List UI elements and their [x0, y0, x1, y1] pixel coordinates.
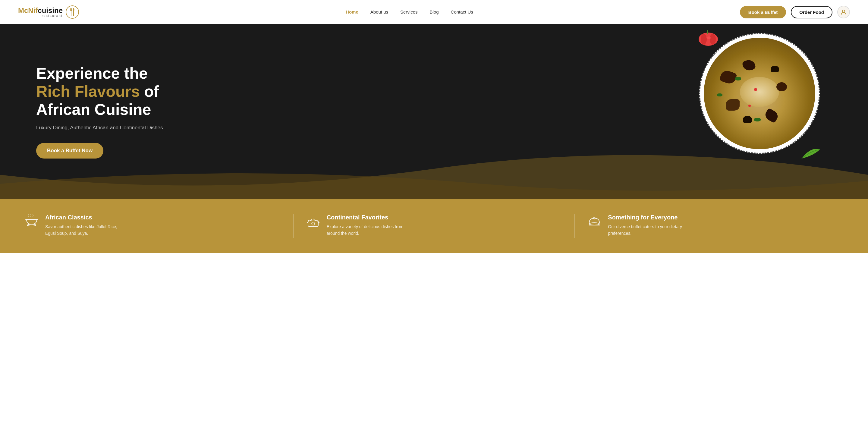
svg-point-9: [707, 36, 711, 39]
features-section: African Classics Savor authentic dishes …: [0, 199, 868, 253]
svg-rect-8: [707, 30, 708, 34]
book-buffet-button[interactable]: Book a Buffet: [740, 6, 786, 19]
feature-title-0: African Classics: [45, 214, 124, 221]
nav-item-about[interactable]: About us: [370, 9, 388, 15]
continental-favorites-icon: [306, 214, 321, 232]
logo[interactable]: McNifcuisine restaurant: [18, 5, 79, 19]
feature-text-0: African Classics Savor authentic dishes …: [45, 214, 124, 237]
nav-link-blog[interactable]: Blog: [430, 9, 439, 14]
hero-plate-image: [699, 33, 826, 160]
something-everyone-icon: [587, 214, 602, 232]
nav-item-contact[interactable]: Contact Us: [451, 9, 473, 15]
svg-point-4: [842, 10, 845, 12]
leaf-decoration: [799, 145, 823, 161]
nav-item-services[interactable]: Services: [400, 9, 418, 15]
hero-subtitle: Luxury Dining, Authentic African and Con…: [36, 125, 169, 131]
nav-link-contact[interactable]: Contact Us: [451, 9, 473, 14]
svg-point-18: [312, 222, 315, 225]
brand-tagline: restaurant: [18, 14, 63, 18]
hero-title: Experience the Rich Flavours of African …: [36, 64, 169, 119]
feature-title-1: Continental Favorites: [327, 214, 405, 221]
nav-actions: Book a Buffet Order Food: [740, 6, 850, 19]
feature-item-1: Continental Favorites Explore a variety …: [306, 214, 563, 237]
nav-link-home[interactable]: Home: [346, 9, 358, 14]
brand-name: McNifcuisine: [18, 7, 63, 14]
nav-link-services[interactable]: Services: [400, 9, 418, 14]
hero-content: Experience the Rich Flavours of African …: [0, 40, 205, 182]
hero-cta-button[interactable]: Book a Buffet Now: [36, 143, 103, 158]
feature-title-2: Something for Everyone: [608, 214, 686, 221]
nav-item-home[interactable]: Home: [346, 9, 358, 15]
feature-text-1: Continental Favorites Explore a variety …: [327, 214, 405, 237]
order-food-button[interactable]: Order Food: [791, 6, 832, 19]
nav-link-about[interactable]: About us: [370, 9, 388, 14]
plate-food: [704, 38, 815, 149]
svg-point-6: [701, 34, 707, 44]
nav-item-blog[interactable]: Blog: [430, 9, 439, 15]
feature-text-2: Something for Everyone Our diverse buffe…: [608, 214, 686, 237]
feature-desc-1: Explore a variety of delicious dishes fr…: [327, 223, 405, 237]
brand-text: McNifcuisine restaurant: [18, 7, 63, 18]
feature-desc-0: Savor authentic dishes like Jollof Rice,…: [45, 223, 124, 237]
african-classics-icon: [24, 214, 39, 232]
nav-links: Home About us Services Blog Contact Us: [346, 9, 473, 15]
tomato-decoration: [696, 29, 720, 48]
feature-item-2: Something for Everyone Our diverse buffe…: [587, 214, 844, 237]
hero-section: Experience the Rich Flavours of African …: [0, 24, 868, 199]
logo-icon: [66, 5, 79, 19]
feature-desc-2: Our diverse buffet caters to your dietar…: [608, 223, 686, 237]
user-account-button[interactable]: [837, 6, 850, 19]
feature-divider-1: [293, 214, 293, 238]
feature-divider-2: [575, 214, 575, 238]
svg-point-7: [710, 34, 716, 44]
feature-item-0: African Classics Savor authentic dishes …: [24, 214, 281, 237]
navbar: McNifcuisine restaurant Home About us Se…: [0, 0, 868, 24]
plate-circle: [699, 33, 820, 154]
